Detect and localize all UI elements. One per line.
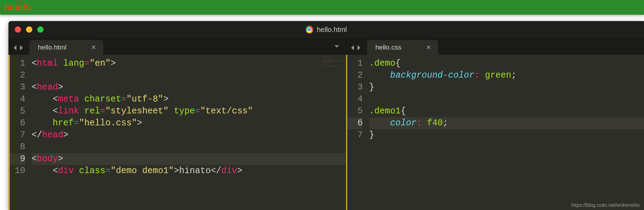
line-number: 5 [10, 105, 25, 117]
line-number: 10 [10, 165, 25, 177]
code-line[interactable]: } [369, 81, 644, 93]
code-line[interactable]: color: f40; [369, 117, 644, 129]
browser-render-strip: hinato [0, 0, 644, 15]
traffic-lights [15, 26, 44, 33]
chevron-down-icon [334, 44, 340, 49]
code-line[interactable]: <link rel="stylesheet" type="text/css" [32, 105, 346, 117]
left-code[interactable]: <html lang="en"> <head> <meta charset="u… [30, 55, 346, 210]
titlebar: hello.html [8, 21, 644, 38]
left-tabbar: hello.html ✕ [8, 38, 346, 55]
code-line[interactable] [32, 70, 346, 81]
chrome-icon [305, 26, 313, 33]
window-title: hello.html [305, 26, 347, 34]
right-code[interactable]: .demo{ background-color: green;} .demo1{… [368, 55, 644, 210]
code-line[interactable]: <meta charset="utf-8"> [32, 93, 346, 105]
tab-close-icon[interactable]: ✕ [91, 44, 96, 51]
zoom-icon[interactable] [37, 26, 44, 33]
panes: hello.html ✕ 12345678910 <html lang="en"… [8, 38, 644, 210]
code-line[interactable]: <body> [32, 153, 346, 165]
editor-window: hello.html hello.html ✕ [8, 21, 644, 210]
left-gutter: 12345678910 [10, 55, 30, 210]
code-line[interactable] [32, 141, 346, 153]
code-line[interactable]: background-color: green; [369, 70, 644, 81]
tab-label: hello.css [375, 44, 401, 51]
close-icon[interactable] [15, 26, 21, 33]
nav-arrows-right[interactable] [350, 44, 361, 51]
tab-dropdown[interactable] [334, 44, 340, 51]
code-line[interactable]: .demo{ [369, 58, 644, 70]
line-number: 6 [347, 117, 363, 129]
chevron-right-icon[interactable] [19, 44, 24, 51]
line-number: 6 [10, 117, 25, 129]
tab-close-icon[interactable]: ✕ [426, 44, 431, 51]
code-line[interactable]: <div class="demo demo1">hinato</div> [32, 165, 346, 177]
watermark: https://blog.csdn.net/wokenshin [571, 202, 640, 208]
code-line[interactable]: } [369, 129, 644, 141]
chevron-right-icon[interactable] [356, 44, 361, 51]
right-pane: hello.css ✕ 1234567 .demo{ background-co… [346, 38, 644, 210]
nav-arrows-left[interactable] [13, 44, 24, 51]
line-number: 7 [10, 129, 25, 141]
line-number: 5 [347, 105, 363, 117]
tab-hello-css[interactable]: hello.css ✕ [367, 40, 438, 55]
line-number: 8 [10, 141, 25, 153]
code-line[interactable] [369, 93, 644, 105]
window-title-text: hello.html [317, 26, 347, 34]
demo-text: hinato [4, 1, 31, 12]
line-number: 3 [347, 81, 363, 93]
line-number: 4 [347, 93, 363, 105]
line-number: 4 [10, 93, 25, 105]
code-line[interactable]: <html lang="en"> [32, 58, 346, 70]
code-line[interactable]: <head> [32, 81, 346, 93]
tab-label: hello.html [38, 44, 66, 51]
line-number: 9 [10, 153, 25, 165]
line-number: 1 [10, 58, 25, 70]
right-editor[interactable]: 1234567 .demo{ background-color: green;}… [346, 55, 644, 210]
minimize-icon[interactable] [26, 26, 32, 33]
line-number: 2 [347, 70, 363, 81]
line-number: 2 [10, 70, 25, 81]
right-gutter: 1234567 [347, 55, 368, 210]
code-line[interactable]: .demo1{ [369, 105, 644, 117]
left-editor[interactable]: 12345678910 <html lang="en"> <head> <met… [8, 55, 346, 210]
code-line[interactable] [32, 177, 346, 189]
right-tabbar: hello.css ✕ [346, 38, 644, 55]
tab-hello-html[interactable]: hello.html ✕ [29, 40, 103, 55]
line-number: 3 [10, 81, 25, 93]
line-number: 7 [347, 129, 363, 141]
code-line[interactable]: href="hello.css"> [32, 117, 346, 129]
chevron-left-icon[interactable] [350, 44, 355, 51]
code-line[interactable]: </head> [32, 129, 346, 141]
left-pane: hello.html ✕ 12345678910 <html lang="en"… [8, 38, 346, 210]
chevron-left-icon[interactable] [13, 44, 18, 51]
line-number: 1 [347, 58, 363, 70]
